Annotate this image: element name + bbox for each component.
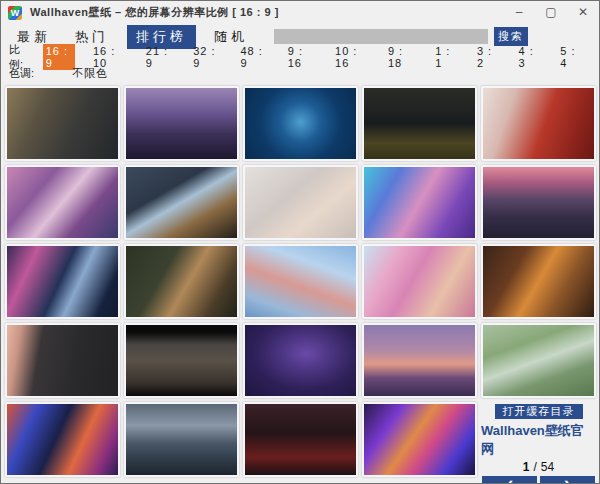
bottom-right-panel: 打开缓存目录 Wallhaven壁纸官网 1 / 54 ❮ ❯ (481, 402, 596, 477)
ratio-option-9-16[interactable]: 9 : 16 (285, 44, 317, 70)
ratio-option-32-9[interactable]: 32 : 9 (190, 44, 222, 70)
page-current: 1 (523, 460, 530, 474)
page-indicator: 1 / 54 (523, 460, 554, 474)
thumb-cozy-desk-glowing-monitor[interactable] (124, 165, 239, 240)
thumb-denim-shorts-figure-dark[interactable] (5, 323, 120, 398)
thumb-pink-clouds-skeleton-landscape[interactable] (481, 165, 596, 240)
thumb-waterfall-cave-pink-blossoms[interactable] (5, 244, 120, 319)
search-input[interactable] (274, 29, 488, 44)
thumb-purple-sunset-city-skyline[interactable] (124, 86, 239, 161)
thumb-two-boys-doorway-cinematic[interactable] (124, 323, 239, 398)
ratio-option-3-2[interactable]: 3 : 2 (474, 44, 501, 70)
thumb-purple-starry-night-sky[interactable] (243, 323, 358, 398)
tone-label: 色调: (9, 66, 34, 81)
window-controls: – ▢ ✕ (503, 1, 599, 24)
thumb-pale-elf-girl-portrait[interactable] (243, 165, 358, 240)
prev-page-button[interactable]: ❮ (482, 476, 537, 484)
page-separator: / (533, 460, 536, 474)
maximize-icon[interactable]: ▢ (535, 1, 567, 24)
thumb-jellyfish-aquarium-girl[interactable] (362, 165, 477, 240)
thumb-fantasy-characters-orange-glow[interactable] (481, 244, 596, 319)
thumb-green-street-trees[interactable] (481, 323, 596, 398)
ratio-option-10-16[interactable]: 10 : 16 (332, 44, 370, 70)
next-page-button[interactable]: ❯ (540, 476, 595, 484)
app-window: W Wallhaven壁纸 – 您的屏幕分辨率比例 [ 16 : 9 ] – ▢… (0, 0, 600, 484)
thumb-tattoo-back-girl-dark[interactable] (124, 244, 239, 319)
ratio-filter-row: 比例: 16 : 9 16 : 10 21 : 9 32 : 9 48 : 9 … (1, 49, 599, 65)
wallpaper-grid: 打开缓存目录 Wallhaven壁纸官网 1 / 54 ❮ ❯ (5, 86, 599, 477)
thumb-red-kimono-girl-umbrella[interactable] (481, 86, 596, 161)
ratio-option-16-9[interactable]: 16 : 9 (43, 44, 75, 70)
thumb-red-blue-crystal-abstract[interactable] (5, 402, 120, 477)
ratio-option-48-9[interactable]: 48 : 9 (237, 44, 269, 70)
thumb-hand-reaching-light-sky[interactable] (243, 244, 358, 319)
ratio-option-4-3[interactable]: 4 : 3 (516, 44, 543, 70)
thumb-hogwarts-castle-cliff[interactable] (124, 402, 239, 477)
ratio-option-1-1[interactable]: 1 : 1 (432, 44, 459, 70)
close-icon[interactable]: ✕ (567, 1, 599, 24)
minimize-icon[interactable]: – (503, 1, 535, 24)
official-site-link[interactable]: Wallhaven壁纸官网 (481, 422, 596, 458)
thumb-dark-red-night-landscape[interactable] (243, 402, 358, 477)
thumb-colorful-nebula-galaxy[interactable] (362, 402, 477, 477)
thumb-anime-girl-airplane-cockpit[interactable] (5, 86, 120, 161)
thumb-pink-hair-girl-selfie[interactable] (362, 244, 477, 319)
page-total: 54 (541, 460, 554, 474)
ratio-option-5-4[interactable]: 5 : 4 (557, 44, 584, 70)
ratio-option-21-9[interactable]: 21 : 9 (143, 44, 175, 70)
pagination-buttons: ❮ ❯ (482, 476, 595, 484)
thumb-pink-hair-photo-collage[interactable] (5, 165, 120, 240)
ratio-option-9-18[interactable]: 9 : 18 (385, 44, 417, 70)
tone-option-unlimited[interactable]: 不限色 (72, 66, 108, 81)
open-cache-dir-button[interactable]: 打开缓存目录 (495, 404, 583, 419)
thumb-star-trails-sunset-mountains[interactable] (362, 323, 477, 398)
app-logo-icon: W (8, 6, 22, 20)
thumb-glowing-cube-blue[interactable] (243, 86, 358, 161)
titlebar: W Wallhaven壁纸 – 您的屏幕分辨率比例 [ 16 : 9 ] – ▢… (1, 1, 599, 24)
thumb-night-village-moon-field[interactable] (362, 86, 477, 161)
window-title: Wallhaven壁纸 – 您的屏幕分辨率比例 [ 16 : 9 ] (30, 5, 279, 20)
